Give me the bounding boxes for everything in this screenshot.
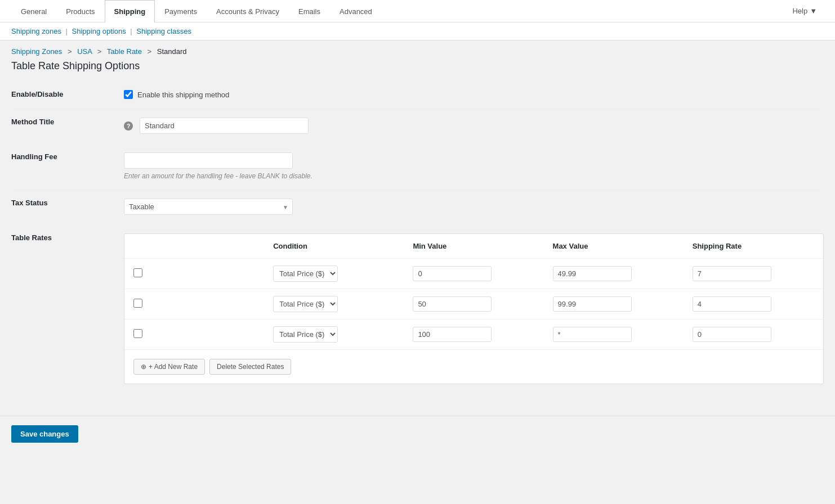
- page-title: Table Rate Shipping Options: [0, 58, 835, 81]
- enable-checkbox[interactable]: [124, 90, 133, 99]
- tax-status-label: Tax Status: [11, 190, 124, 224]
- rates-col-rate-header: Shipping Rate: [684, 234, 823, 259]
- help-button[interactable]: Help ▼: [785, 0, 824, 22]
- main-content: Enable/Disable Enable this shipping meth…: [0, 81, 835, 416]
- row1-checkbox[interactable]: [133, 268, 142, 277]
- tax-status-field: Taxable None: [124, 190, 824, 224]
- tab-list: General Products Shipping Payments Accou…: [11, 0, 382, 22]
- enable-checkbox-row: Enable this shipping method: [124, 90, 824, 99]
- row1-condition-cell: Total Price ($): [264, 259, 404, 289]
- table-row: Total Price ($): [124, 320, 823, 350]
- breadcrumb-current: Standard: [157, 47, 187, 56]
- tab-products[interactable]: Products: [56, 0, 104, 22]
- chevron-down-icon: ▼: [810, 7, 817, 15]
- subnav-shipping-options[interactable]: Shipping options: [72, 27, 126, 35]
- method-title-label: Method Title: [11, 109, 124, 143]
- row3-rate-input[interactable]: [693, 327, 771, 342]
- rates-col-checkbox-header: [124, 234, 264, 259]
- tax-status-select[interactable]: Taxable None: [124, 199, 293, 215]
- row2-min-cell: [404, 289, 543, 320]
- table-row: Total Price ($): [124, 289, 823, 320]
- subnav-shipping-zones[interactable]: Shipping zones: [11, 27, 61, 35]
- row1-min-input[interactable]: [413, 266, 492, 281]
- handling-fee-field: Enter an amount for the handling fee - l…: [124, 143, 824, 190]
- enable-checkbox-label[interactable]: Enable this shipping method: [137, 91, 229, 99]
- save-section: Save changes: [0, 416, 835, 452]
- row3-checkbox-cell: [124, 320, 264, 350]
- row2-checkbox[interactable]: [133, 299, 142, 308]
- table-rates-row: Table Rates Condition Min Value Max Valu…: [11, 224, 824, 394]
- row1-max-input[interactable]: [553, 266, 632, 281]
- row2-checkbox-cell: [124, 289, 264, 320]
- row3-min-input[interactable]: [413, 327, 492, 342]
- table-rates-field: Condition Min Value Max Value Shipping R…: [124, 224, 824, 394]
- row1-min-cell: [404, 259, 543, 289]
- tab-shipping[interactable]: Shipping: [105, 0, 155, 22]
- breadcrumb-usa[interactable]: USA: [77, 47, 92, 56]
- handling-fee-hint: Enter an amount for the handling fee - l…: [124, 172, 824, 180]
- method-title-row: Method Title ?: [11, 109, 824, 143]
- rates-container: Condition Min Value Max Value Shipping R…: [124, 233, 824, 384]
- method-title-input[interactable]: [140, 118, 309, 134]
- save-changes-button[interactable]: Save changes: [11, 425, 78, 443]
- plus-icon: ⊕: [141, 363, 146, 371]
- row2-max-input[interactable]: [553, 296, 632, 312]
- enable-disable-label: Enable/Disable: [11, 81, 124, 109]
- row1-rate-cell: [684, 259, 823, 289]
- row3-condition-cell: Total Price ($): [264, 320, 404, 350]
- row1-checkbox-cell: [124, 259, 264, 289]
- settings-table: Enable/Disable Enable this shipping meth…: [11, 81, 824, 393]
- tab-payments[interactable]: Payments: [155, 0, 207, 22]
- row2-condition-cell: Total Price ($): [264, 289, 404, 320]
- enable-disable-row: Enable/Disable Enable this shipping meth…: [11, 81, 824, 109]
- delete-selected-rates-button[interactable]: Delete Selected Rates: [209, 359, 291, 375]
- row2-max-cell: [544, 289, 684, 320]
- tax-status-row: Tax Status Taxable None: [11, 190, 824, 224]
- handling-fee-label: Handling Fee: [11, 143, 124, 190]
- info-icon: ?: [124, 122, 133, 130]
- tax-status-wrapper: Taxable None: [124, 199, 293, 215]
- row3-checkbox[interactable]: [133, 329, 142, 338]
- add-new-rate-button[interactable]: ⊕ + Add New Rate: [133, 359, 205, 375]
- tab-emails[interactable]: Emails: [289, 0, 330, 22]
- enable-disable-field: Enable this shipping method: [124, 81, 824, 109]
- breadcrumb: Shipping Zones > USA > Table Rate > Stan…: [0, 40, 835, 58]
- row3-min-cell: [404, 320, 543, 350]
- rates-col-max-header: Max Value: [544, 234, 684, 259]
- row2-min-input[interactable]: [413, 296, 492, 312]
- row1-rate-input[interactable]: [693, 266, 771, 281]
- row2-condition-select[interactable]: Total Price ($): [273, 296, 338, 312]
- breadcrumb-shipping-zones[interactable]: Shipping Zones: [11, 47, 62, 56]
- rates-col-min-header: Min Value: [404, 234, 543, 259]
- tab-advanced[interactable]: Advanced: [330, 0, 382, 22]
- row3-rate-cell: [684, 320, 823, 350]
- rates-header-row: Condition Min Value Max Value Shipping R…: [124, 234, 823, 259]
- row1-condition-select[interactable]: Total Price ($): [273, 266, 338, 282]
- handling-fee-row: Handling Fee Enter an amount for the han…: [11, 143, 824, 190]
- breadcrumb-table-rate[interactable]: Table Rate: [107, 47, 142, 56]
- method-title-field: ?: [124, 109, 824, 143]
- tab-general[interactable]: General: [11, 0, 56, 22]
- row3-condition-select[interactable]: Total Price ($): [273, 326, 338, 343]
- rates-table: Condition Min Value Max Value Shipping R…: [124, 234, 823, 349]
- rates-buttons: ⊕ + Add New Rate Delete Selected Rates: [124, 349, 823, 384]
- row3-max-input[interactable]: [553, 327, 632, 342]
- row1-max-cell: [544, 259, 684, 289]
- rates-col-condition-header: Condition: [264, 234, 404, 259]
- row2-rate-input[interactable]: [693, 296, 771, 312]
- top-navigation: General Products Shipping Payments Accou…: [0, 0, 835, 22]
- row3-max-cell: [544, 320, 684, 350]
- handling-fee-input[interactable]: [124, 152, 293, 169]
- sub-navigation: Shipping zones | Shipping options | Ship…: [0, 22, 835, 40]
- row2-rate-cell: [684, 289, 823, 320]
- table-rates-label: Table Rates: [11, 224, 124, 394]
- table-row: Total Price ($): [124, 259, 823, 289]
- tab-accounts-privacy[interactable]: Accounts & Privacy: [207, 0, 289, 22]
- subnav-shipping-classes[interactable]: Shipping classes: [136, 27, 191, 35]
